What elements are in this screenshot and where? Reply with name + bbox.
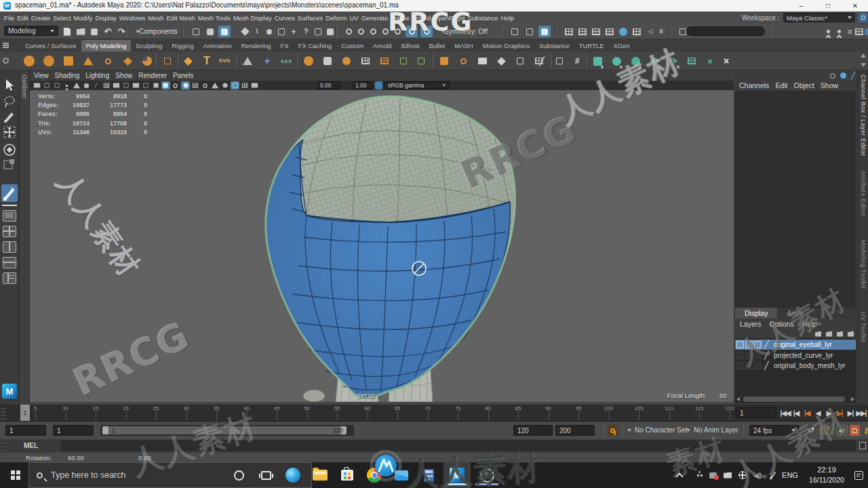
shelf-tab-bullet[interactable]: Bullet bbox=[425, 40, 450, 52]
shelf-scroll-up-icon[interactable] bbox=[861, 54, 866, 58]
viewport-toolbar-icon-7[interactable]: ╱ bbox=[92, 81, 101, 89]
viewport-toolbar-icon-1[interactable] bbox=[33, 81, 41, 89]
curve-star-icon[interactable] bbox=[182, 53, 194, 69]
poly-torus-icon[interactable] bbox=[102, 53, 114, 69]
menu-curves[interactable]: Curves bbox=[275, 14, 295, 22]
pause-icon[interactable]: II bbox=[655, 26, 667, 37]
menu-generate[interactable]: Generate bbox=[361, 14, 389, 22]
render-settings-icon[interactable] bbox=[604, 26, 616, 37]
outliner-layout-button[interactable] bbox=[3, 272, 16, 284]
select-object-icon[interactable] bbox=[204, 26, 216, 37]
viewport-panel[interactable]: ViewShadingLightingShowRendererPanels ╱ … bbox=[30, 70, 734, 405]
menu-modify[interactable]: Modify bbox=[74, 14, 93, 22]
workspace-dropdown[interactable]: Maya Classic* bbox=[783, 13, 855, 22]
time-slider[interactable]: 5101520253035404550556065707580859095100… bbox=[0, 405, 868, 422]
frame-selected-icon[interactable] bbox=[509, 26, 521, 37]
viewport-toolbar-icon-4[interactable] bbox=[62, 81, 71, 89]
pencil-curve-icon[interactable]: ╱ bbox=[536, 53, 548, 69]
viewport-toolbar-icon-22[interactable] bbox=[241, 81, 250, 89]
current-time-field[interactable]: 1 bbox=[736, 407, 776, 418]
shelf-tab-fx[interactable]: FX bbox=[276, 40, 294, 52]
edit-connections-icon[interactable]: ╱ bbox=[849, 72, 857, 79]
menu-substance[interactable]: Substance bbox=[468, 14, 498, 22]
viewport-toolbar-icon-18[interactable] bbox=[201, 81, 210, 89]
cortana-icon[interactable] bbox=[225, 462, 252, 488]
viewport-toolbar-icon-2[interactable] bbox=[43, 81, 52, 89]
anim-layer-dropdown[interactable]: No Anim Layer bbox=[694, 426, 738, 434]
shelf-tab-poly-modeling[interactable]: Poly Modeling bbox=[81, 40, 132, 52]
viewport-toolbar-icon-11[interactable] bbox=[132, 81, 140, 89]
layer-playback-box[interactable] bbox=[745, 352, 753, 359]
shelf-menu-icon[interactable] bbox=[3, 43, 9, 48]
viewport-menu-show[interactable]: Show bbox=[115, 72, 132, 79]
frame-all-icon[interactable] bbox=[524, 26, 536, 37]
shelf-tab-mash[interactable]: MASH bbox=[450, 40, 477, 52]
components-label[interactable]: Components bbox=[139, 26, 178, 37]
paint-select-tool-icon[interactable] bbox=[3, 110, 16, 123]
step-forward-key-button[interactable]: ▶| bbox=[834, 409, 845, 417]
open-scene-icon[interactable] bbox=[75, 26, 87, 37]
viewport-toolbar-icon-5[interactable] bbox=[72, 81, 81, 89]
snap-view-icon[interactable]: + bbox=[288, 26, 300, 37]
paint-geometry-icon[interactable]: x bbox=[591, 53, 604, 69]
snap-plane-icon[interactable] bbox=[275, 26, 288, 37]
viewport-toolbar-icon-9[interactable] bbox=[112, 81, 121, 89]
split-pane-layout-button[interactable] bbox=[3, 257, 16, 268]
viewport-toolbar-icon-23[interactable] bbox=[250, 81, 259, 89]
tray-expand-icon[interactable] bbox=[671, 462, 688, 488]
viewport-toolbar-icon-21[interactable] bbox=[231, 81, 239, 89]
shelf-tab-substance[interactable]: Substance bbox=[534, 40, 574, 52]
menu-mesh-tools[interactable]: Mesh Tools bbox=[198, 14, 231, 22]
channel-box-body[interactable] bbox=[735, 91, 856, 310]
viewport-toolbar-icon-3[interactable] bbox=[52, 81, 61, 89]
go-to-end-button[interactable]: ▶▶| bbox=[856, 409, 867, 417]
menu-file[interactable]: File bbox=[4, 14, 14, 22]
poly-cone-icon[interactable] bbox=[82, 53, 94, 69]
input-connections-icon[interactable] bbox=[829, 72, 837, 79]
menu-openflight[interactable]: OpenFlight bbox=[433, 14, 465, 22]
obs-icon[interactable] bbox=[473, 462, 500, 488]
output-connections-icon[interactable] bbox=[839, 72, 847, 79]
viewport-toolbar-icon-14[interactable] bbox=[161, 81, 170, 89]
shelf-tab-xgen[interactable]: XGen bbox=[609, 40, 635, 52]
layer-menu-help[interactable]: Help bbox=[802, 320, 817, 328]
go-to-start-button[interactable]: |◀◀ bbox=[780, 409, 791, 417]
notification-center-icon[interactable] bbox=[849, 462, 868, 488]
fps-dropdown[interactable]: 24 fps bbox=[749, 425, 800, 436]
frame-x-icon[interactable] bbox=[514, 53, 526, 69]
menu-cache[interactable]: Cache bbox=[391, 14, 409, 22]
outliner-collapsed-panel[interactable]: Outliner bbox=[19, 70, 30, 405]
step-back-frame-button[interactable]: |◀ bbox=[791, 409, 802, 417]
two-pane-layout-button[interactable] bbox=[3, 241, 16, 253]
texture-window-icon[interactable] bbox=[686, 53, 698, 69]
store-icon[interactable] bbox=[334, 462, 361, 488]
current-frame-marker[interactable]: 1 bbox=[20, 405, 30, 421]
layer-name[interactable]: original_eyeball_lyr bbox=[774, 341, 832, 348]
layer-display-box[interactable] bbox=[754, 352, 762, 359]
viewport-toolbar-icon-15[interactable] bbox=[171, 81, 180, 89]
shelf-tab-fx-caching[interactable]: FX Caching bbox=[294, 40, 337, 52]
script-editor-icon[interactable] bbox=[858, 441, 867, 451]
channel-box-menu-object[interactable]: Object bbox=[793, 81, 814, 89]
viewport-toolbar-icon-16[interactable] bbox=[181, 81, 190, 89]
animation-start-field[interactable]: 1 bbox=[5, 425, 46, 436]
viewport-toolbar-icon-17[interactable] bbox=[191, 81, 200, 89]
layer-row-original_eyeball_lyr[interactable]: ╱original_eyeball_lyr bbox=[735, 340, 856, 350]
file-explorer-icon[interactable] bbox=[307, 462, 334, 488]
tray-language[interactable]: ENG bbox=[778, 462, 802, 488]
paint-cube-icon[interactable]: x bbox=[648, 53, 660, 69]
menu-help[interactable]: Help bbox=[501, 14, 515, 22]
construction-plane-icon[interactable] bbox=[241, 53, 254, 69]
viewport-menu-lighting[interactable]: Lighting bbox=[85, 72, 109, 79]
snap-point-icon[interactable] bbox=[263, 26, 275, 37]
select-component-icon[interactable] bbox=[218, 26, 231, 37]
viewport-toolbar-icon-19[interactable] bbox=[211, 81, 220, 89]
shelf-gear-icon[interactable] bbox=[3, 58, 9, 64]
channel-box-menu-show[interactable]: Show bbox=[821, 81, 838, 89]
step-forward-frame-button[interactable]: ▶| bbox=[845, 409, 856, 417]
paper-fold-icon[interactable] bbox=[476, 53, 488, 69]
workspace-lock-icon[interactable] bbox=[859, 13, 867, 22]
menu-edit-mesh[interactable]: Edit Mesh bbox=[167, 14, 195, 22]
play-backwards-button[interactable]: ◀ bbox=[812, 409, 823, 417]
maya-taskbar-icon[interactable]: M bbox=[443, 462, 471, 488]
